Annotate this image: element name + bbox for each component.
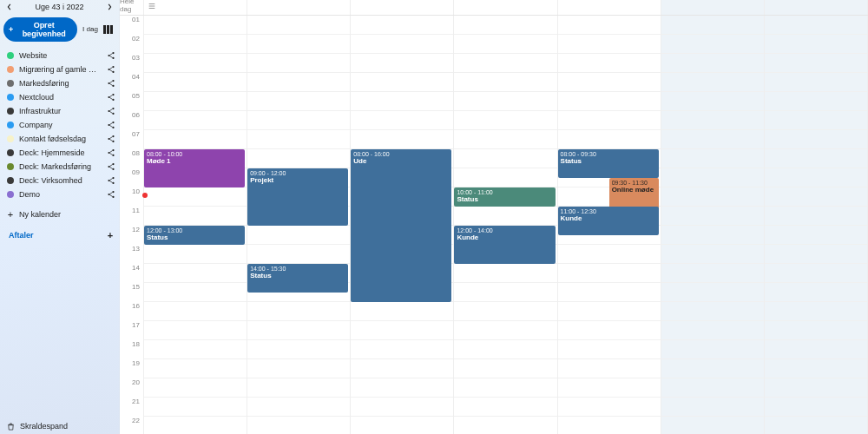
days-container: 08:00 - 10:00Møde 112:00 - 13:00Status09…	[144, 16, 868, 434]
calendar-name: Nextcloud	[19, 93, 102, 102]
event-title: Status	[250, 272, 271, 279]
allday-cell[interactable]	[144, 0, 247, 15]
calendar-color-dot	[7, 108, 14, 115]
allday-cell[interactable]	[351, 0, 454, 15]
appointments-section[interactable]: Aftaler +	[0, 222, 119, 243]
calendar-item[interactable]: Website	[0, 49, 119, 62]
share-icon[interactable]	[107, 107, 115, 115]
trash-button[interactable]: Skraldespand	[7, 422, 112, 431]
calendar-event[interactable]: 08:00 - 16:00Ude	[351, 149, 451, 302]
calendar-item[interactable]: Infrastruktur	[0, 104, 119, 118]
hour-label: 14	[120, 264, 144, 283]
list-icon	[148, 2, 156, 10]
hour-label: 18	[120, 340, 144, 359]
calendar-name: Deck: Virksomhed	[19, 176, 102, 185]
event-time: 14:00 - 15:30	[250, 266, 345, 272]
calendar-event[interactable]: 11:00 - 12:30Kunde	[558, 207, 659, 235]
event-title: Status	[457, 195, 477, 203]
event-title: Projekt	[250, 176, 273, 184]
today-button[interactable]: I dag	[81, 26, 100, 34]
calendar-event[interactable]: 10:00 - 11:00Status	[454, 187, 555, 207]
next-week-button[interactable]	[103, 1, 115, 13]
calendar-name: Deck: Markedsføring	[19, 162, 102, 171]
calendar-name: Deck: Hjemmeside	[19, 148, 102, 157]
calendar-item[interactable]: Company	[0, 118, 119, 132]
calendar-event[interactable]: 08:00 - 10:00Møde 1	[144, 149, 245, 187]
share-icon[interactable]	[107, 121, 115, 129]
new-calendar-button[interactable]: + Ny kalender	[0, 207, 119, 222]
sidebar: Uge 43 i 2022 + Opret begivenhed I dag W…	[0, 0, 120, 434]
allday-cell[interactable]	[454, 0, 557, 15]
calendar-item[interactable]: Deck: Virksomhed	[0, 174, 119, 187]
calendar-event[interactable]: 12:00 - 13:00Status	[144, 226, 245, 245]
calendar-name: Kontakt fødselsdag	[19, 135, 102, 143]
calendar-item[interactable]: Markedsføring	[0, 76, 119, 90]
allday-cell[interactable]	[247, 0, 351, 15]
hour-label: 09	[120, 168, 144, 187]
calendar-item[interactable]: Demo	[0, 187, 119, 201]
calendar-item[interactable]: Migræring af gamle we…	[0, 62, 119, 76]
appointments-label: Aftaler	[9, 231, 34, 240]
share-icon[interactable]	[107, 65, 115, 74]
hour-label: 04	[120, 73, 144, 92]
event-time: 08:00 - 16:00	[353, 151, 449, 157]
share-icon[interactable]	[107, 51, 115, 60]
calendar-name: Website	[19, 51, 102, 60]
day-column[interactable]: 08:00 - 10:00Møde 112:00 - 13:00Status	[144, 16, 247, 434]
calendar-event[interactable]: 14:00 - 15:30Status	[247, 264, 348, 293]
day-column[interactable]: 08:00 - 09:30Status09:30 - 11:30Online m…	[558, 16, 661, 434]
share-icon[interactable]	[107, 93, 115, 102]
hour-label: 12	[120, 226, 144, 245]
day-column[interactable]	[661, 16, 765, 434]
new-calendar-label: Ny kalender	[19, 210, 61, 219]
allday-cell[interactable]	[558, 0, 661, 15]
calendar-name: Migræring af gamle we…	[19, 65, 102, 74]
share-icon[interactable]	[107, 148, 115, 157]
hour-label: 22	[120, 417, 144, 434]
calendar-event[interactable]: 12:00 - 14:00Kunde	[454, 226, 555, 264]
share-icon[interactable]	[107, 79, 115, 88]
trash-label: Skraldespand	[20, 422, 68, 431]
hour-label: 11	[120, 207, 144, 226]
calendar-color-dot	[7, 52, 14, 59]
day-column[interactable]: 09:00 - 12:00Projekt14:00 - 15:30Status	[247, 16, 351, 434]
hour-label: 06	[120, 111, 144, 130]
plus-icon: +	[7, 211, 14, 218]
calendar-item[interactable]: Nextcloud	[0, 90, 119, 104]
share-icon[interactable]	[107, 190, 115, 199]
create-event-button[interactable]: + Opret begivenhed	[3, 17, 77, 42]
hour-label: 10	[120, 187, 144, 207]
calendar-item[interactable]: Deck: Hjemmeside	[0, 146, 119, 160]
day-column[interactable]	[765, 16, 868, 434]
hour-label: 20	[120, 378, 144, 398]
day-column[interactable]: 08:00 - 16:00Ude	[351, 16, 454, 434]
share-icon[interactable]	[107, 162, 115, 171]
hour-label: 17	[120, 321, 144, 340]
calendar-item[interactable]: Kontakt fødselsdag	[0, 132, 119, 146]
calendar-color-dot	[7, 163, 14, 170]
prev-week-button[interactable]	[3, 1, 16, 13]
event-time: 11:00 - 12:30	[561, 208, 656, 214]
trash-icon	[7, 423, 15, 431]
event-title: Kunde	[457, 233, 478, 241]
calendar-event[interactable]: 09:00 - 12:00Projekt	[247, 168, 348, 226]
event-time: 10:00 - 11:00	[457, 189, 552, 195]
hour-gutter: 0102030405060708091011121314151617181920…	[120, 16, 144, 434]
calendar-name: Infrastruktur	[19, 107, 102, 115]
calendar-color-dot	[7, 135, 14, 142]
plus-icon: +	[9, 25, 13, 34]
week-label[interactable]: Uge 43 i 2022	[19, 3, 100, 11]
allday-cell[interactable]	[661, 0, 765, 15]
share-icon[interactable]	[107, 176, 115, 185]
day-column[interactable]: 10:00 - 11:00Status12:00 - 14:00Kunde	[454, 16, 557, 434]
calendar-item[interactable]: Deck: Markedsføring	[0, 160, 119, 174]
view-toggle-button[interactable]	[103, 25, 115, 34]
allday-cell[interactable]	[765, 0, 868, 15]
allday-label: Hele dag	[120, 0, 144, 15]
share-icon[interactable]	[107, 135, 115, 143]
date-nav: Uge 43 i 2022	[0, 0, 119, 14]
event-title: Online møde	[612, 186, 654, 194]
event-title: Status	[147, 233, 168, 241]
calendar-color-dot	[7, 149, 14, 156]
calendar-event[interactable]: 08:00 - 09:30Status	[558, 149, 659, 178]
